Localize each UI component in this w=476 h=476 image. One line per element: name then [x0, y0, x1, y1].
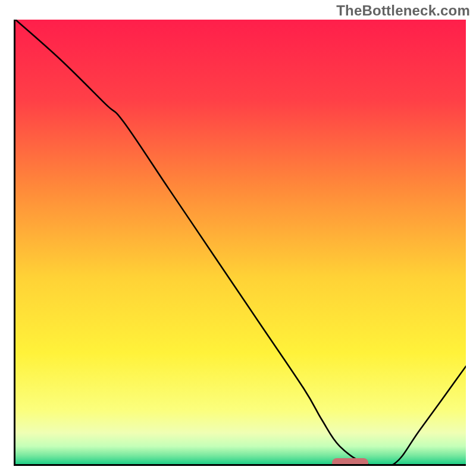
watermark-text: TheBottleneck.com — [336, 2, 470, 19]
bottleneck-curve-path — [15, 20, 466, 464]
curve-layer — [15, 20, 466, 464]
bottleneck-chart: TheBottleneck.com — [0, 0, 476, 476]
plot-area — [14, 20, 466, 466]
optimal-marker — [332, 458, 368, 466]
